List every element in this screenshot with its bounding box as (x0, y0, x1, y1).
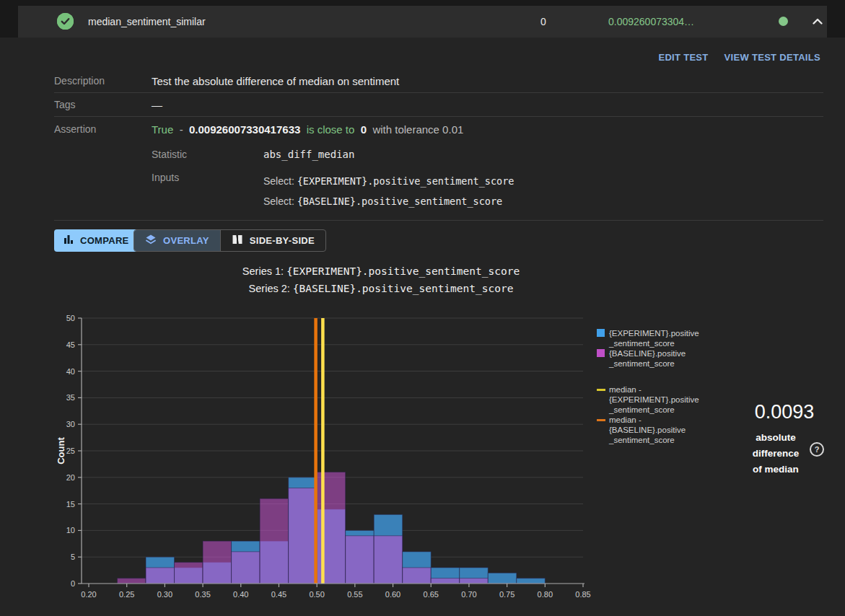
legend-item-label: median -{BASELINE}.positive_sentiment_sc… (609, 415, 686, 445)
x-tick-label: 0.50 (309, 590, 324, 599)
help-icon[interactable]: ? (810, 442, 824, 457)
legend-item-label: median -{EXPERIMENT}.positive_sentiment_… (609, 384, 699, 415)
legend-line-swatch (597, 415, 609, 445)
assertion-value: True - 0.00926007330417633 is close to 0… (152, 123, 463, 136)
side-by-side-toggle[interactable]: SIDE-BY-SIDE (221, 230, 325, 251)
legend-square-swatch (597, 328, 609, 348)
side-by-side-label: SIDE-BY-SIDE (250, 235, 315, 246)
baseline-bar (146, 568, 175, 584)
assertion-tolerance: with tolerance 0.01 (372, 123, 463, 136)
assertion-expected: 0 (361, 123, 367, 136)
x-tick-label: 0.20 (81, 590, 96, 599)
statistic-value: abs_diff_median (263, 149, 354, 160)
baseline-bar (403, 568, 432, 584)
y-axis-label: Count (56, 437, 66, 465)
baseline-bar (118, 578, 146, 584)
view-toggle-group: OVERLAY SIDE-BY-SIDE (133, 229, 326, 252)
description-row: Description Test the absolute difference… (54, 69, 823, 93)
compare-label: COMPARE (80, 235, 129, 246)
status-dot (779, 17, 788, 26)
description-value: Test the absolute difference of median o… (152, 75, 399, 87)
x-tick-label: 0.65 (424, 590, 439, 599)
x-tick-label: 0.60 (385, 590, 400, 599)
median-line (314, 318, 318, 584)
input-line-2: Select: {BASELINE}.positive_sentiment_sc… (263, 195, 502, 208)
x-tick-label: 0.40 (233, 590, 248, 599)
legend-item[interactable]: {EXPERIMENT}.positive_sentiment_score (597, 328, 725, 348)
view-test-details-button[interactable]: VIEW TEST DETAILS (724, 52, 820, 63)
assertion-result: True (152, 123, 173, 136)
y-tick-label: 20 (66, 473, 75, 482)
y-tick-label: 40 (66, 367, 75, 376)
baseline-bar (203, 541, 232, 584)
overlay-histogram-chart: 051015202530354045500.200.250.300.350.40… (54, 310, 592, 607)
assertion-row: Assertion True - 0.00926007330417633 is … (54, 117, 823, 141)
result-value: 0.009260073304… (608, 6, 694, 38)
overlay-toggle[interactable]: OVERLAY (134, 230, 221, 251)
legend-square-swatch (597, 348, 609, 369)
chart-series-1-title: Series 1: {EXPERIMENT}.positive_sentimen… (0, 265, 762, 277)
median-line (321, 318, 325, 584)
metric-panel: 0.0093 absolute difference of median ? (730, 401, 839, 478)
input-line-1: Select: {EXPERIMENT}.positive_sentiment_… (263, 175, 514, 188)
legend-item-label: {EXPERIMENT}.positive_sentiment_score (609, 328, 699, 348)
y-tick-label: 30 (66, 420, 75, 428)
edit-test-button[interactable]: EDIT TEST (658, 52, 708, 63)
y-tick-label: 45 (66, 340, 75, 349)
metric-label: absolute difference of median (730, 430, 821, 478)
y-tick-label: 5 (71, 553, 75, 561)
y-tick-label: 0 (71, 579, 75, 588)
test-result-page: median_sentiment_similar 0 0.00926007330… (0, 0, 845, 616)
y-tick-label: 50 (66, 314, 75, 322)
baseline-bar (374, 536, 403, 584)
metric-value: 0.0093 (730, 401, 839, 423)
layers-icon (145, 234, 157, 247)
tags-row: Tags — (54, 93, 823, 117)
compare-button[interactable]: COMPARE (54, 229, 139, 252)
y-tick-label: 25 (66, 446, 75, 455)
expected-value: 0 (536, 6, 551, 38)
chart-legend: {EXPERIMENT}.positive_sentiment_score{BA… (597, 328, 725, 445)
x-tick-label: 0.35 (195, 590, 210, 599)
baseline-bar (260, 498, 289, 584)
x-tick-label: 0.70 (461, 590, 476, 599)
status-check-icon (57, 13, 74, 30)
experiment-bar (517, 578, 546, 584)
tags-value: — (152, 99, 162, 111)
histogram-svg: 051015202530354045500.200.250.300.350.40… (54, 310, 592, 607)
experiment-bar (488, 573, 517, 584)
assertion-actual: 0.00926007330417633 (189, 123, 300, 136)
test-accordion-header[interactable]: median_sentiment_similar 0 0.00926007330… (18, 6, 827, 38)
x-tick-label: 0.85 (575, 590, 590, 599)
overlay-label: OVERLAY (163, 235, 209, 246)
chart-series-2-title: Series 2: {BASELINE}.positive_sentiment_… (0, 283, 762, 294)
description-label: Description (54, 75, 152, 87)
legend-item[interactable]: median -{EXPERIMENT}.positive_sentiment_… (597, 384, 725, 415)
y-tick-label: 10 (66, 526, 75, 534)
legend-item[interactable]: median -{BASELINE}.positive_sentiment_sc… (597, 415, 725, 445)
inputs-label: Inputs (152, 172, 179, 183)
legend-line-swatch (597, 384, 609, 415)
y-tick-label: 15 (66, 500, 75, 509)
legend-item[interactable]: {BASELINE}.positive_sentiment_score (597, 348, 725, 369)
baseline-bar (460, 578, 489, 584)
x-tick-label: 0.30 (157, 590, 172, 599)
collapse-chevron-icon[interactable] (810, 14, 826, 30)
x-tick-label: 0.75 (499, 590, 515, 599)
baseline-bar (232, 552, 260, 584)
test-actions: EDIT TEST VIEW TEST DETAILS (658, 52, 820, 63)
x-tick-label: 0.25 (119, 590, 134, 599)
baseline-bar (175, 563, 203, 584)
statistic-label: Statistic (152, 149, 187, 160)
assertion-relation: is close to (307, 123, 355, 136)
x-tick-label: 0.55 (347, 590, 362, 599)
legend-item-label: {BASELINE}.positive_sentiment_score (609, 348, 686, 369)
x-tick-label: 0.45 (271, 590, 286, 599)
baseline-bar (289, 488, 318, 584)
assertion-label: Assertion (54, 123, 152, 135)
bar-chart-icon (64, 234, 74, 247)
section-divider (54, 220, 823, 221)
baseline-bar (346, 536, 375, 584)
y-tick-label: 35 (66, 393, 75, 402)
side-by-side-icon (232, 234, 243, 247)
